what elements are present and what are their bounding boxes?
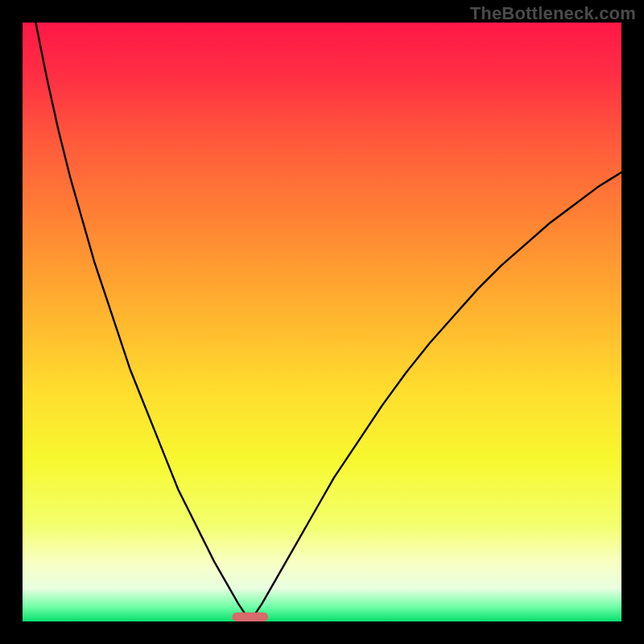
outer-frame: TheBottleneck.com [0, 0, 644, 644]
optimal-marker [232, 613, 268, 621]
plot-area [23, 23, 621, 621]
gradient-background [23, 23, 621, 621]
watermark-text: TheBottleneck.com [470, 3, 636, 24]
chart-svg [23, 23, 621, 621]
